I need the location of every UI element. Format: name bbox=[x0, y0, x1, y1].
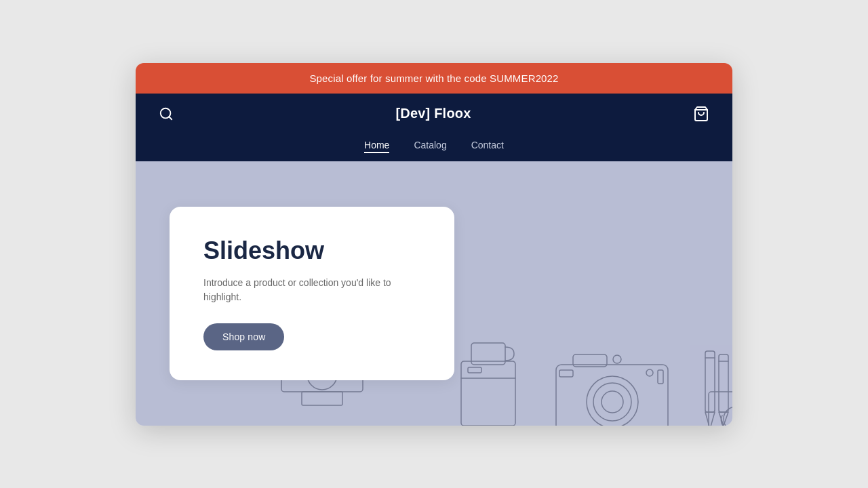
search-icon bbox=[159, 106, 174, 121]
nav-item-home[interactable]: Home bbox=[364, 140, 389, 153]
announcement-bar: Special offer for summer with the code S… bbox=[136, 63, 732, 94]
nav-item-contact[interactable]: Contact bbox=[471, 140, 504, 153]
shop-now-button[interactable]: Shop now bbox=[203, 323, 284, 350]
svg-rect-56 bbox=[468, 367, 481, 373]
svg-point-16 bbox=[601, 391, 623, 413]
svg-point-14 bbox=[587, 376, 638, 426]
svg-point-20 bbox=[646, 369, 653, 376]
svg-rect-54 bbox=[461, 361, 515, 426]
cart-button[interactable] bbox=[690, 103, 712, 125]
header-left-icons bbox=[156, 104, 176, 124]
site-title: [Dev] Floox bbox=[395, 106, 471, 121]
main-nav: Home Catalog Contact bbox=[136, 134, 732, 161]
svg-rect-21 bbox=[658, 370, 663, 384]
svg-rect-25 bbox=[719, 354, 728, 412]
nav-item-catalog[interactable]: Catalog bbox=[414, 140, 446, 153]
announcement-text: Special offer for summer with the code S… bbox=[309, 73, 558, 84]
hero-subtitle: Introduce a product or collection you'd … bbox=[203, 276, 420, 304]
search-button[interactable] bbox=[156, 104, 176, 124]
site-header: [Dev] Floox bbox=[136, 94, 732, 134]
cart-icon bbox=[693, 106, 709, 122]
svg-line-1 bbox=[169, 117, 172, 119]
svg-marker-23 bbox=[705, 412, 715, 426]
svg-rect-5 bbox=[302, 392, 342, 405]
svg-point-15 bbox=[593, 383, 631, 421]
header-right-icons bbox=[690, 103, 712, 125]
svg-point-18 bbox=[613, 355, 621, 363]
hero-section: Slideshow Introduce a product or collect… bbox=[136, 161, 732, 426]
hero-card: Slideshow Introduce a product or collect… bbox=[170, 207, 454, 380]
svg-rect-19 bbox=[559, 370, 573, 377]
browser-window: Special offer for summer with the code S… bbox=[136, 63, 732, 426]
hero-title: Slideshow bbox=[203, 237, 420, 265]
svg-rect-22 bbox=[705, 351, 715, 412]
